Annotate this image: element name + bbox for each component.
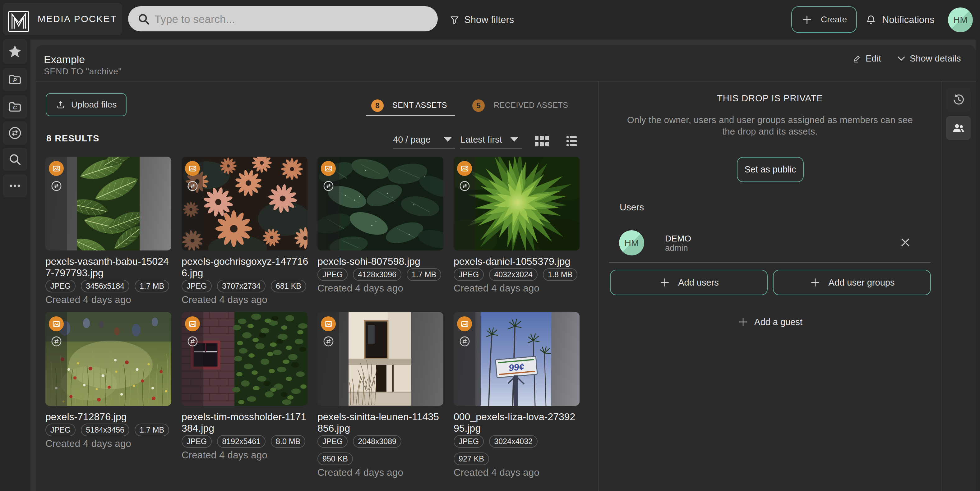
svg-text:C: C [13,105,17,111]
svg-text:99¢: 99¢ [508,361,525,373]
svg-text:P: P [13,77,17,83]
